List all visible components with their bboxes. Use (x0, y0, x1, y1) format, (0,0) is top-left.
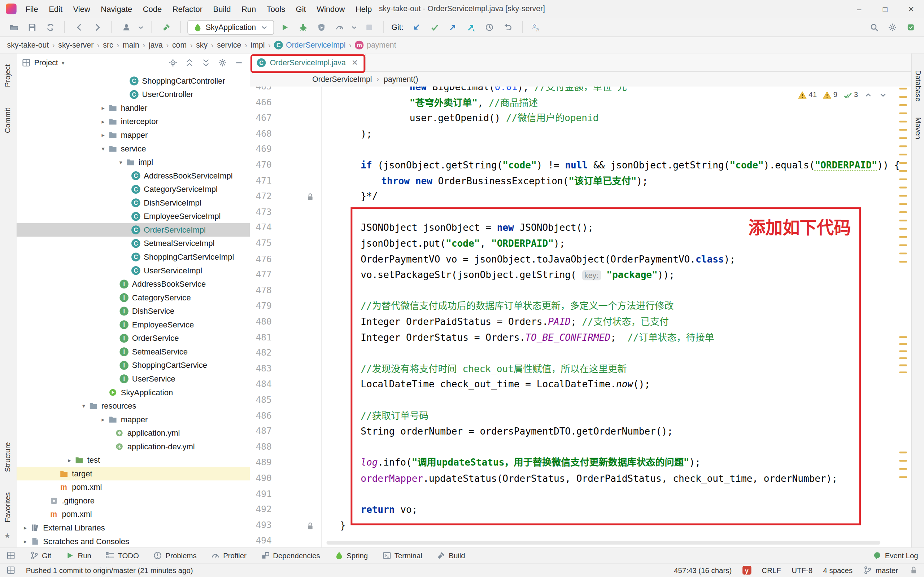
chevron-down-icon[interactable]: ▾ (116, 159, 126, 166)
code-line-491[interactable]: 491 (250, 486, 905, 502)
breadcrumb-item-service[interactable]: service (217, 41, 241, 49)
code-line-483[interactable]: 483//发现没有将支付时间 check_out属性赋值，所以在这里更新 (250, 361, 905, 377)
tool-stripe-structure[interactable]: Structure (3, 442, 12, 472)
collapse-all-button[interactable] (199, 56, 212, 69)
chevron-down-icon[interactable]: ▾ (79, 403, 89, 409)
tree-item-test[interactable]: ▸test (16, 453, 250, 467)
horizontal-scrollbar[interactable] (326, 541, 880, 545)
breadcrumb-item-sky-take-out[interactable]: sky-take-out (7, 41, 49, 49)
tree-item-impl[interactable]: ▾impl (16, 155, 250, 169)
code-area[interactable]: 465new BigDecimal(0.01), //支付金额，单位 元466"… (250, 54, 905, 548)
code-line-492[interactable]: 492return vo; (250, 501, 905, 517)
locate-file-button[interactable] (166, 56, 179, 69)
stop-button[interactable] (361, 20, 376, 34)
breadcrumb-item-main[interactable]: main (123, 41, 139, 49)
code-line-471[interactable]: 471throw new OrderBusinessException("该订单… (250, 173, 905, 189)
inspections-widget[interactable]: 4193 (797, 90, 887, 100)
star-icon[interactable]: ★ (4, 532, 10, 540)
chevron-right-icon[interactable]: ▸ (65, 457, 74, 463)
tree-item-orderservice[interactable]: IOrderService (16, 331, 250, 345)
tool-stripe-project[interactable]: Project (3, 64, 12, 87)
code-line-482[interactable]: 482 (250, 345, 905, 361)
tree-item-scratches and consoles[interactable]: ▸Scratches and Consoles (16, 534, 250, 548)
tree-item-.gitignore[interactable]: .gitignore (16, 494, 250, 508)
save-all-button[interactable] (24, 20, 39, 34)
tree-item-shoppingcartcontroller[interactable]: CShoppingCartController (16, 74, 250, 88)
code-line-494[interactable]: 494 (250, 533, 905, 548)
git-patch-button[interactable] (464, 20, 478, 34)
toolwindow-git[interactable]: Git (30, 551, 51, 560)
code-line-479[interactable]: 479//为替代微信支付成功后的数据库订单状态更新，多定义一个方法进行修改 (250, 298, 905, 314)
line-ending-indicator[interactable]: CRLF (762, 566, 781, 574)
tab-orderserviceimpl[interactable]: C OrderServiceImpl.java ✕ (250, 54, 366, 71)
tree-item-categoryserviceimpl[interactable]: CCategoryServiceImpl (16, 182, 250, 196)
chevron-down-icon[interactable] (137, 20, 145, 34)
tree-item-addressbookserviceimpl[interactable]: CAddressBookServiceImpl (16, 169, 250, 183)
breadcrumb-item-com[interactable]: com (172, 41, 187, 49)
status-grid-icon[interactable] (6, 566, 15, 575)
toolwindow-spring[interactable]: Spring (334, 551, 368, 560)
back-button[interactable] (71, 20, 87, 34)
menu-view[interactable]: View (68, 3, 96, 15)
build-project-button[interactable] (158, 20, 174, 34)
tree-item-handler[interactable]: ▸handler (16, 102, 250, 115)
caret-position[interactable]: 457:43 (16 chars) (674, 566, 732, 574)
toolwindow-event-log[interactable]: Event Log (872, 551, 918, 560)
toolwindow-dependencies[interactable]: Dependencies (261, 551, 320, 560)
chevron-down-icon[interactable]: ▾ (99, 145, 108, 152)
tree-item-mapper[interactable]: ▸mapper (16, 128, 250, 142)
menu-help[interactable]: Help (350, 3, 377, 15)
inspection-plugin-icon[interactable]: y (743, 566, 751, 574)
indent-indicator[interactable]: 4 spaces (823, 566, 853, 574)
tree-item-pom.xml[interactable]: mpom.xml (16, 508, 250, 521)
code-line-477[interactable]: 477vo.setPackageStr(jsonObject.getString… (250, 267, 905, 283)
tree-item-interceptor[interactable]: ▸interceptor (16, 115, 250, 128)
toolwindow-todo[interactable]: TODO (105, 551, 139, 560)
tree-item-employeeserviceimpl[interactable]: CEmployeeServiceImpl (16, 210, 250, 223)
toolwindow-profiler[interactable]: Profiler (211, 551, 247, 560)
run-button[interactable] (277, 20, 292, 34)
chevron-right-icon[interactable]: ▸ (99, 132, 108, 139)
toolwindow-switcher-icon[interactable] (6, 551, 15, 560)
translate-button[interactable]: 文A (529, 20, 544, 34)
tree-item-application.yml[interactable]: application.yml (16, 426, 250, 440)
tree-item-employeeservice[interactable]: IEmployeeService (16, 318, 250, 332)
open-project-icon[interactable] (6, 20, 21, 34)
breadcrumb-item-sky-server[interactable]: sky-server (58, 41, 94, 49)
code-line-472[interactable]: 472}*/ (250, 189, 905, 205)
chevron-right-icon[interactable]: ▸ (21, 538, 30, 545)
tree-item-orderserviceimpl[interactable]: COrderServiceImpl (16, 223, 250, 237)
status-message[interactable]: Pushed 1 commit to origin/master (21 min… (26, 566, 193, 574)
search-everywhere-button[interactable] (866, 20, 881, 34)
prev-warning-icon[interactable] (863, 90, 873, 100)
settings-button[interactable] (885, 20, 900, 34)
close-button[interactable]: ✕ (898, 0, 924, 18)
chevron-right-icon[interactable]: ▸ (99, 105, 108, 111)
code-line-469[interactable]: 469 (250, 141, 905, 157)
tree-item-mapper[interactable]: ▸mapper (16, 413, 250, 426)
tree-item-userserviceimpl[interactable]: CUserServiceImpl (16, 264, 250, 277)
code-line-470[interactable]: 470if (jsonObject.getString("code") != n… (250, 157, 905, 173)
code-line-478[interactable]: 478 (250, 282, 905, 298)
profiler-button[interactable] (332, 20, 347, 34)
git-push-button[interactable] (445, 20, 460, 34)
minimize-button[interactable]: – (846, 0, 872, 18)
menu-file[interactable]: File (20, 3, 44, 15)
encoding-indicator[interactable]: UTF-8 (792, 566, 813, 574)
tree-item-dishserviceimpl[interactable]: CDishServiceImpl (16, 196, 250, 210)
menu-run[interactable]: Run (236, 3, 261, 15)
breadcrumb-item-payment[interactable]: mpayment (355, 41, 396, 49)
crumb-class[interactable]: OrderServiceImpl (312, 75, 372, 83)
breadcrumb-item-src[interactable]: src (103, 41, 113, 49)
code-line-493[interactable]: 493} (250, 517, 905, 533)
code-line-486[interactable]: 486//获取订单号码 (250, 408, 905, 424)
tree-item-service[interactable]: ▾service (16, 142, 250, 155)
run-config-selector[interactable]: SkyApplication (187, 20, 274, 35)
tree-item-setmealserviceimpl[interactable]: CSetmealServiceImpl (16, 237, 250, 250)
breadcrumb-item-orderserviceimpl[interactable]: COrderServiceImpl (274, 41, 346, 49)
project-panel-title[interactable]: Project (34, 58, 58, 67)
menu-edit[interactable]: Edit (43, 3, 68, 15)
tree-item-application-dev.yml[interactable]: application-dev.yml (16, 440, 250, 454)
tree-item-skyapplication[interactable]: SkyApplication (16, 385, 250, 399)
toolwindow-run[interactable]: Run (65, 551, 91, 560)
